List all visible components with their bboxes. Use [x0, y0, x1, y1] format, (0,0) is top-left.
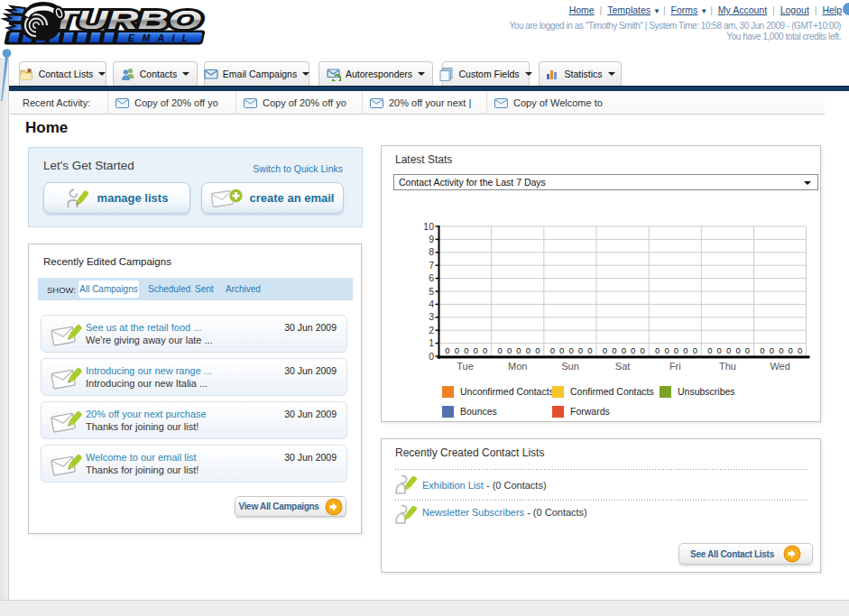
svg-text:0: 0 — [516, 345, 521, 355]
svg-text:Sat: Sat — [615, 361, 631, 372]
svg-text:0: 0 — [640, 345, 644, 355]
svg-text:0: 0 — [483, 345, 487, 355]
svg-text:0: 0 — [735, 345, 740, 355]
svg-text:5: 5 — [429, 286, 434, 297]
svg-text:0: 0 — [745, 345, 750, 355]
svg-text:0: 0 — [498, 345, 503, 355]
svg-text:0: 0 — [578, 345, 583, 355]
svg-text:0: 0 — [770, 345, 774, 355]
svg-text:10: 10 — [423, 221, 434, 232]
svg-text:0: 0 — [559, 345, 564, 355]
svg-text:0: 0 — [445, 345, 449, 355]
svg-text:0: 0 — [779, 345, 783, 355]
svg-text:Wed: Wed — [770, 361, 789, 372]
svg-text:Fri: Fri — [669, 361, 681, 372]
svg-text:0: 0 — [798, 345, 802, 355]
svg-text:Sun: Sun — [561, 361, 579, 372]
svg-text:6: 6 — [429, 272, 434, 283]
svg-text:0: 0 — [429, 351, 434, 362]
svg-text:Forwards: Forwards — [570, 406, 610, 417]
svg-text:0: 0 — [464, 345, 468, 355]
svg-text:2: 2 — [429, 325, 434, 336]
svg-text:Tue: Tue — [457, 361, 474, 372]
svg-text:0: 0 — [550, 345, 555, 355]
svg-text:7: 7 — [429, 260, 434, 271]
svg-text:0: 0 — [707, 345, 712, 355]
svg-text:0: 0 — [603, 345, 607, 355]
svg-text:Unconfirmed Contacts: Unconfirmed Contacts — [460, 386, 554, 397]
svg-text:9: 9 — [429, 234, 434, 244]
svg-text:1: 1 — [429, 337, 434, 348]
svg-text:0: 0 — [507, 345, 512, 355]
svg-text:0: 0 — [760, 345, 764, 355]
svg-text:0: 0 — [674, 345, 678, 355]
svg-text:0: 0 — [455, 345, 459, 355]
svg-text:Thu: Thu — [719, 361, 736, 372]
svg-text:4: 4 — [429, 299, 434, 309]
svg-text:0: 0 — [683, 345, 688, 355]
svg-text:0: 0 — [535, 345, 540, 355]
svg-text:0: 0 — [612, 345, 616, 355]
svg-text:0: 0 — [717, 345, 722, 355]
svg-text:0: 0 — [655, 345, 660, 355]
svg-text:Mon: Mon — [508, 361, 527, 372]
svg-text:0: 0 — [664, 345, 669, 355]
svg-text:0: 0 — [789, 345, 793, 355]
svg-text:Confirmed Contacts: Confirmed Contacts — [570, 386, 654, 397]
svg-text:0: 0 — [526, 345, 531, 355]
svg-text:Unsubscribes: Unsubscribes — [678, 386, 735, 397]
svg-text:8: 8 — [429, 246, 434, 257]
svg-text:0: 0 — [622, 345, 626, 355]
svg-text:TURBO: TURBO — [51, 5, 201, 34]
svg-text:3: 3 — [429, 311, 434, 322]
svg-text:0: 0 — [631, 345, 635, 355]
svg-text:0: 0 — [587, 345, 592, 355]
svg-text:0: 0 — [568, 345, 573, 355]
svg-text:0: 0 — [726, 345, 731, 355]
svg-text:0: 0 — [693, 345, 697, 355]
svg-text:Bounces: Bounces — [460, 406, 497, 417]
svg-text:0: 0 — [474, 345, 478, 355]
